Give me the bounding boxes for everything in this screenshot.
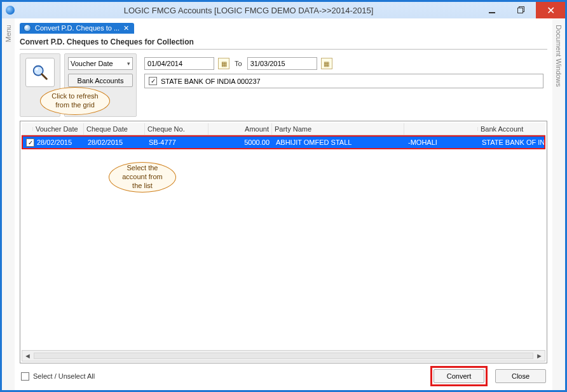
svg-line-4 bbox=[42, 74, 47, 79]
tab-label: Convert P.D. Cheques to ... bbox=[35, 24, 120, 32]
bank-account-checkbox[interactable]: ✓ bbox=[149, 77, 157, 85]
col-cheque-date[interactable]: Cheque Date bbox=[84, 123, 145, 135]
window-controls: ✕ bbox=[477, 2, 565, 18]
from-calendar-icon[interactable]: ▦ bbox=[218, 58, 229, 69]
row-checkbox[interactable]: ✓ bbox=[26, 139, 34, 147]
restore-icon bbox=[517, 6, 525, 14]
left-sidebar-label: Menu bbox=[4, 25, 12, 43]
cell-party: ABHIJIT OMFED STALL bbox=[273, 138, 406, 147]
callout-refresh: Click to refresh from the grid bbox=[40, 87, 110, 115]
select-all-checkbox[interactable]: Select / Unselect All bbox=[21, 372, 95, 381]
right-sidebar-label: Document Windows bbox=[555, 25, 563, 87]
tab-icon bbox=[24, 24, 31, 32]
grid-row-highlight: ✓ 28/02/2015 28/02/2015 SB-4777 5000.00 … bbox=[22, 135, 545, 149]
cell-cheque-no: SB-4777 bbox=[146, 138, 210, 147]
cell-party-suffix: -MOHALI bbox=[406, 138, 479, 147]
bank-account-item[interactable]: ✓ STATE BANK OF INDIA 000237 bbox=[149, 77, 539, 85]
date-range-row: ▦ To ▦ bbox=[140, 53, 547, 71]
cell-amount: 5000.00 bbox=[210, 138, 273, 147]
voucher-date-select[interactable]: Voucher Date ▾ bbox=[68, 57, 133, 70]
col-bank[interactable]: Bank Account bbox=[478, 123, 545, 135]
convert-button[interactable]: Convert bbox=[434, 369, 484, 383]
footer: Select / Unselect All Convert Close bbox=[20, 366, 547, 386]
body: Menu Convert P.D. Cheques to ... ✕ Conve… bbox=[2, 18, 565, 390]
app-window: LOGIC FMCG Accounts [LOGIC FMCG DEMO DAT… bbox=[0, 0, 567, 392]
minimize-button[interactable] bbox=[477, 2, 507, 18]
col-party[interactable]: Party Name bbox=[272, 123, 404, 135]
svg-rect-1 bbox=[518, 8, 523, 13]
table-row[interactable]: ✓ 28/02/2015 28/02/2015 SB-4777 5000.00 … bbox=[23, 137, 544, 148]
horizontal-scrollbar[interactable]: ◄ ► bbox=[22, 350, 545, 362]
callout-select: Select the account from the list bbox=[109, 162, 176, 193]
titlebar: LOGIC FMCG Accounts [LOGIC FMCG DEMO DAT… bbox=[2, 2, 565, 18]
refresh-button[interactable] bbox=[25, 58, 55, 87]
col-amount[interactable]: Amount bbox=[208, 123, 272, 135]
col-voucher-date[interactable]: Voucher Date bbox=[33, 123, 84, 135]
voucher-date-select-label: Voucher Date bbox=[71, 60, 113, 67]
cell-bank: STATE BANK OF INDIA 000237 bbox=[479, 138, 544, 147]
data-grid: Voucher Date Cheque Date Cheque No. Amou… bbox=[20, 121, 547, 363]
tab-convert-pd-cheques[interactable]: Convert P.D. Cheques to ... ✕ bbox=[20, 23, 134, 34]
from-date-input[interactable] bbox=[144, 57, 214, 70]
bank-account-label: STATE BANK OF INDIA 000237 bbox=[161, 78, 261, 85]
scroll-right-icon[interactable]: ► bbox=[536, 352, 543, 360]
close-button[interactable]: ✕ bbox=[536, 2, 565, 18]
convert-highlight: Convert bbox=[430, 366, 488, 386]
right-sidebar[interactable]: Document Windows bbox=[552, 18, 565, 390]
to-calendar-icon[interactable]: ▦ bbox=[321, 58, 332, 69]
select-all-box[interactable] bbox=[21, 372, 29, 381]
to-date-input[interactable] bbox=[247, 57, 317, 70]
magnifier-icon bbox=[31, 63, 50, 82]
scroll-left-icon[interactable]: ◄ bbox=[24, 352, 31, 360]
select-all-label: Select / Unselect All bbox=[33, 372, 95, 380]
main-area: Convert P.D. Cheques to ... ✕ Convert P.… bbox=[15, 18, 552, 390]
restore-button[interactable] bbox=[507, 2, 536, 18]
cell-voucher-date: 28/02/2015 bbox=[34, 138, 85, 147]
left-sidebar[interactable]: Menu bbox=[2, 18, 15, 390]
tabstrip: Convert P.D. Cheques to ... ✕ bbox=[20, 21, 547, 35]
cell-cheque-date: 28/02/2015 bbox=[85, 138, 146, 147]
filter-right-column: ▦ To ▦ ✓ STATE BANK OF INDIA 000237 bbox=[140, 53, 547, 92]
grid-empty-area bbox=[22, 149, 545, 349]
svg-point-3 bbox=[36, 68, 38, 71]
tab-close-icon[interactable]: ✕ bbox=[123, 24, 129, 32]
app-logo-icon bbox=[6, 6, 15, 15]
close-form-button[interactable]: Close bbox=[495, 369, 546, 383]
col-cheque-no[interactable]: Cheque No. bbox=[145, 123, 208, 135]
chevron-down-icon: ▾ bbox=[127, 60, 130, 67]
bank-accounts-list[interactable]: ✓ STATE BANK OF INDIA 000237 bbox=[144, 74, 543, 88]
to-label: To bbox=[233, 60, 243, 67]
scroll-track[interactable] bbox=[34, 353, 533, 359]
window-title: LOGIC FMCG Accounts [LOGIC FMCG DEMO DAT… bbox=[20, 6, 477, 15]
footer-buttons: Convert Close bbox=[430, 366, 546, 386]
page-title: Convert P.D. Cheques to Cheques for Coll… bbox=[20, 36, 547, 50]
bank-accounts-button[interactable]: Bank Accounts bbox=[68, 74, 133, 87]
grid-header: Voucher Date Cheque Date Cheque No. Amou… bbox=[22, 123, 545, 135]
